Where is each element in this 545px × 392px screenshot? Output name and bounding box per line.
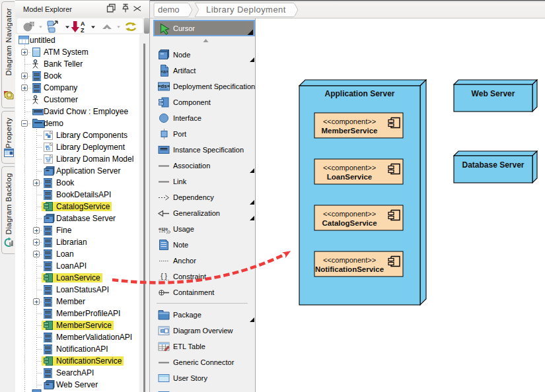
svg-text:Database Server: Database Server [462,160,524,170]
svg-text:<<component>>: <<component>> [323,256,376,264]
svg-text:<<component>>: <<component>> [323,164,376,172]
svg-text:<<component>>: <<component>> [323,117,376,125]
svg-text:<<component>>: <<component>> [323,210,376,218]
svg-text:Web Server: Web Server [472,89,515,98]
svg-text:Application Server: Application Server [324,89,394,98]
svg-text:CatalogService: CatalogService [322,219,377,227]
svg-text:NotificationService: NotificationService [315,265,384,273]
svg-text:MemberService: MemberService [321,127,377,135]
svg-text:LoanService: LoanService [327,173,372,181]
